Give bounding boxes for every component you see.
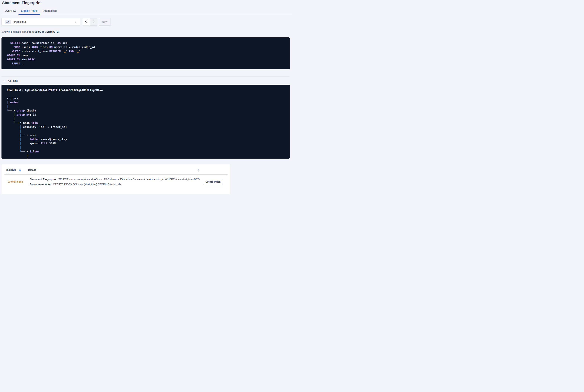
- sort-down-icon: [198, 170, 199, 172]
- all-plans-label: All Plans: [8, 79, 18, 82]
- insights-column-label: Insights: [6, 168, 16, 173]
- row-divider: [4, 189, 227, 189]
- sort-icon-details[interactable]: [198, 169, 199, 172]
- section-divider: [1, 76, 290, 76]
- create-index-button[interactable]: Create Index: [203, 179, 223, 185]
- row-action-cell: Create Index: [203, 179, 223, 185]
- recommendation-line: Recommendation: CREATE INDEX ON rides (s…: [29, 183, 199, 186]
- insight-type-link[interactable]: Create Index: [8, 180, 29, 183]
- insight-details-cell: Statement Fingerprint: SELECT name, coun…: [29, 178, 199, 186]
- statement-fingerprint-line: Statement Fingerprint: SELECT name, coun…: [29, 178, 199, 181]
- plan-gist-card: Plan Gist: AgHUAQIABQAAAAHYAQIAiAEAAAADC…: [1, 85, 290, 158]
- sql-code: SELECT name, count(rides.id) AS sum FROM…: [7, 41, 286, 66]
- insights-table: Insights Details Create Index Statement …: [1, 164, 230, 194]
- chevron-left-icon: [85, 20, 88, 23]
- tab-explain-plans[interactable]: Explain Plans: [18, 9, 40, 15]
- sort-up-icon: [198, 169, 199, 170]
- table-row: Create Index Statement Fingerprint: SELE…: [1, 174, 230, 189]
- showing-range-prefix: Showing explain plans from: [2, 30, 34, 33]
- time-range-badge: 1h: [5, 20, 11, 24]
- time-range-selector[interactable]: 1h Past Hour: [1, 18, 80, 26]
- previous-interval-button[interactable]: [83, 18, 90, 26]
- plan-tree: • top-k│ order│└── • group (hash) │ grou…: [7, 92, 286, 158]
- page-title: Statement Fingerprint: [2, 1, 292, 5]
- now-button[interactable]: Now: [99, 18, 111, 26]
- details-column-label: Details: [28, 168, 36, 173]
- statement-fingerprint-label: Statement Fingerprint:: [29, 178, 57, 181]
- tab-diagnostics[interactable]: Diagnostics: [40, 9, 59, 15]
- statement-sql-card: SELECT name, count(rides.id) AS sum FROM…: [1, 38, 290, 69]
- sort-up-icon: [19, 169, 21, 170]
- chevron-right-icon: [92, 20, 95, 23]
- recommendation-value: CREATE INDEX ON rides (start_time) STORI…: [52, 183, 121, 186]
- time-nav-group: [83, 18, 97, 26]
- column-header-details[interactable]: Details: [28, 168, 199, 173]
- next-interval-button[interactable]: [90, 18, 97, 26]
- sort-down-icon: [19, 170, 21, 172]
- plan-gist-text: Plan Gist: AgHUAQIABQAAAAHYAQIAiAEAAAADC…: [7, 88, 286, 92]
- chevron-down-icon: [75, 20, 77, 23]
- insights-table-header: Insights Details: [1, 164, 230, 173]
- column-header-insights[interactable]: Insights: [6, 168, 28, 173]
- statement-fingerprint-value: SELECT name, count(rides.id) AS sum FROM…: [57, 178, 199, 181]
- tab-overview[interactable]: Overview: [2, 9, 18, 15]
- recommendation-label: Recommendation:: [29, 183, 52, 186]
- time-controls: 1h Past Hour Now: [1, 18, 292, 26]
- sort-icon-insights[interactable]: [19, 169, 21, 172]
- tab-bar: Overview Explain Plans Diagnostics: [2, 9, 292, 15]
- time-range-label: Past Hour: [14, 20, 26, 23]
- all-plans-link[interactable]: ← All Plans: [3, 79, 18, 82]
- showing-range-text: Showing explain plans from 15:00 to 16:5…: [2, 30, 292, 33]
- back-arrow-icon: ←: [3, 79, 6, 82]
- showing-range-value: 15:00 to 16:59 (UTC): [34, 30, 59, 33]
